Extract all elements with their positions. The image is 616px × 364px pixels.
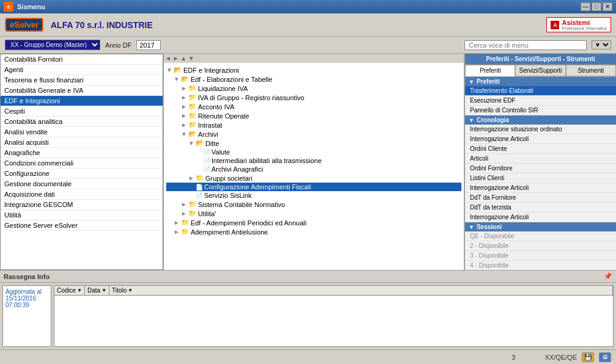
left-menu-item[interactable]: Contabilità Fornitori (1, 54, 163, 65)
sessioni-label: Sessioni (477, 224, 502, 230)
tree-item[interactable]: ►📁Ritenute Operate (166, 111, 461, 120)
left-menu-item[interactable]: Agenti (1, 65, 163, 75)
table-col-codice[interactable]: Codice▼ (54, 286, 85, 295)
left-menu-item[interactable]: Acquisizione dati (1, 189, 163, 200)
title-bar-controls: — □ ✕ (581, 2, 612, 11)
folder-icon: 📁 (188, 200, 197, 208)
left-menu-item[interactable]: Utilità (1, 210, 163, 220)
left-menu-item[interactable]: Gestione Server eSolver (1, 220, 163, 231)
title-bar-title: Sismenu (17, 3, 581, 10)
bottom-title: Rassegna Info (4, 273, 50, 280)
left-menu-item[interactable]: Anagrafiche (1, 148, 163, 158)
tree-item[interactable]: ►📁Edf - Adempimenti Periodici ed Annuali (166, 218, 461, 227)
tree-item-label: Ditte (205, 140, 219, 147)
tree-item[interactable]: 📄Servizio SisLink (166, 191, 461, 200)
cronologia-item[interactable]: Interrogazione Articoli (465, 134, 616, 144)
section-arrow: ▼ (469, 79, 474, 85)
preferiti-item[interactable]: Pannello di Controllo SIR (465, 106, 616, 115)
tree-item[interactable]: ▼📂EDF e Integrazioni (166, 65, 461, 75)
folder-icon: 📁 (188, 103, 197, 111)
sessioni-section-header[interactable]: ▼Sessioni (465, 222, 616, 231)
cronologia-item[interactable]: Interrogazione Articoli (465, 213, 616, 222)
right-tab-strumenti[interactable]: Strumenti (566, 65, 616, 76)
tree-item[interactable]: ►📁Utilita' (166, 209, 461, 218)
cronologia-item[interactable]: Interrogazione situazione ordinato (465, 125, 616, 134)
sessioni-item[interactable]: QE - Disponibile (465, 231, 616, 241)
left-menu-item[interactable]: Tesoreria e flussi finanziari (1, 75, 163, 86)
tree-item[interactable]: ▼📂Archivi (166, 129, 461, 139)
year-input[interactable] (136, 40, 161, 50)
tree-toolbar: ◄ ► ▲ ▼ (164, 54, 464, 63)
left-menu-item[interactable]: Cespiti (1, 106, 163, 117)
cronologia-section-header[interactable]: ▼Cronologia (465, 115, 616, 125)
preferiti-item[interactable]: Trasferimento Elaborati (465, 86, 616, 96)
bottom-pin[interactable]: 📌 (604, 272, 612, 280)
left-menu-item[interactable]: EDF e Integrazioni (1, 96, 163, 106)
right-tab-servizi-supporti[interactable]: Servizi/Supporti (515, 65, 565, 76)
left-menu-item[interactable]: Analisi vendite (1, 127, 163, 137)
title-bar: S Sismenu — □ ✕ (0, 0, 616, 13)
expand-icon: ▼ (188, 140, 194, 147)
tree-item[interactable]: ►📁Sistema Contabile Normativo (166, 200, 461, 209)
left-menu-item[interactable]: Analisi acquisti (1, 137, 163, 148)
sistemi-logo-icon: A (551, 21, 559, 29)
tree-item-label: Ritenute Operate (198, 112, 249, 120)
tree-item[interactable]: 📄Intermediari abilitati alla trasmission… (166, 156, 461, 165)
tree-item-label: Sistema Contabile Normativo (198, 201, 285, 208)
sessioni-item[interactable]: 3 - Disponibile (465, 251, 616, 261)
monitor-icon[interactable]: 🖥 (599, 352, 611, 362)
cronologia-item[interactable]: DdT da terzista (465, 203, 616, 213)
cronologia-item[interactable]: Listini Clienti (465, 173, 616, 183)
tree-item[interactable]: 📄Archivi Anagrafici (166, 165, 461, 173)
tree-area[interactable]: ▼📂EDF e Integrazioni▼📂Edf - Elaborazioni… (164, 63, 464, 270)
tree-item-label: Valute (211, 148, 230, 156)
left-menu-item[interactable]: Contabilità analitica (1, 117, 163, 127)
folder-icon: 📁 (188, 84, 197, 92)
tree-item[interactable]: ►📁Gruppi societari (166, 173, 461, 183)
right-tab-preferiti[interactable]: Preferiti (465, 65, 515, 76)
left-menu-item[interactable]: Contabilità Generale e IVA (1, 86, 163, 96)
tree-item[interactable]: ►📁Acconto IVA (166, 102, 461, 111)
table-col-data[interactable]: Data▼ (85, 286, 109, 295)
tree-item[interactable]: ►📁Intrastat (166, 120, 461, 129)
cronologia-item[interactable]: Interrogazione Articoli (465, 183, 616, 193)
main-container: eSolver ALFA 70 s.r.l. INDUSTRIE A Asist… (0, 13, 616, 364)
year-label: Anno DF (105, 42, 131, 49)
right-content: ▼PreferitiTrasferimento ElaboratiEsecuzi… (465, 77, 616, 270)
sessioni-item[interactable]: 2 - Disponibile (465, 241, 616, 251)
group-selector[interactable]: XX - Gruppo Demo (Master) (5, 40, 100, 50)
tree-item[interactable]: ▼📂Ditte (166, 139, 461, 148)
table-col-titolo[interactable]: Titolo▼ (109, 286, 613, 295)
tree-item[interactable]: ▼📂Edf - Elaborazioni e Tabelle (166, 75, 461, 84)
preferiti-section-header[interactable]: ▼Preferiti (465, 77, 616, 86)
tree-item[interactable]: 📄Configurazione Adempimenti Fiscali (166, 183, 461, 191)
expand-icon: ▼ (174, 76, 180, 82)
minimize-button[interactable]: — (581, 2, 590, 11)
bottom-table: Codice▼Data▼Titolo▼ (54, 285, 614, 347)
left-menu-item[interactable]: Gestione documentale (1, 179, 163, 189)
sessioni-item[interactable]: 4 - Disponibile (465, 261, 616, 270)
cronologia-item[interactable]: DdT da Fornitore (465, 193, 616, 203)
tree-item[interactable]: ►📁IVA di Gruppo - Registro riassuntivo (166, 93, 461, 102)
preferiti-item[interactable]: Esecuzione EDF (465, 96, 616, 106)
header: eSolver ALFA 70 s.r.l. INDUSTRIE A Asist… (0, 13, 616, 37)
cronologia-item[interactable]: Ordini Fornitore (465, 164, 616, 173)
sistemi-sub: Professione Informatica (562, 26, 607, 31)
cronologia-item[interactable]: Ordini Cliente (465, 144, 616, 154)
left-menu-item[interactable]: Configurazione (1, 169, 163, 179)
tree-item[interactable]: 📄Valute (166, 148, 461, 156)
right-panel: Preferiti - Servizi/Supporti - Strumenti… (464, 54, 616, 270)
search-input[interactable] (464, 40, 587, 50)
save-icon[interactable]: 💾 (582, 352, 594, 362)
cronologia-item[interactable]: Articoli (465, 154, 616, 164)
tree-item[interactable]: ►📁Adempimenti Antielusione (166, 227, 461, 236)
doc-icon: 📄 (203, 149, 210, 156)
maximize-button[interactable]: □ (592, 2, 601, 11)
search-dropdown[interactable]: ▼ (592, 40, 611, 49)
tree-item[interactable]: ►📁Liquidazione IVA (166, 84, 461, 93)
close-button[interactable]: ✕ (603, 2, 612, 11)
section-arrow: ▼ (469, 224, 474, 230)
left-menu-item[interactable]: Condizioni commerciali (1, 158, 163, 169)
left-menu-item[interactable]: Integrazione GESCOM (1, 200, 163, 210)
folder-icon: 📂 (196, 139, 204, 147)
